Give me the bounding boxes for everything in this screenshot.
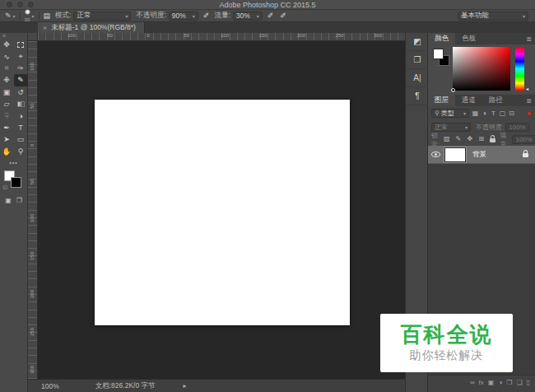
- more-tools-icon[interactable]: •••: [0, 160, 27, 166]
- filter-adjustment-layers-icon[interactable]: ◑: [480, 110, 489, 117]
- tab-layers[interactable]: 图层: [428, 95, 455, 106]
- hand-tool[interactable]: ✋: [0, 146, 14, 157]
- layer-filter-toggle[interactable]: [527, 111, 532, 116]
- tab-color[interactable]: 颜色: [428, 33, 455, 44]
- rectangular-marquee-tool[interactable]: [14, 39, 28, 50]
- chevron-down-icon: ▾: [13, 13, 16, 19]
- toggle-brush-panel-icon[interactable]: ▤: [44, 12, 51, 20]
- zoom-level-field[interactable]: 100%: [41, 382, 59, 390]
- pressure-size-icon[interactable]: ✐: [280, 12, 286, 20]
- lock-transparent-icon[interactable]: ▨: [442, 135, 451, 144]
- opacity-select[interactable]: 90% ▾: [169, 12, 198, 21]
- adjustments-panel-icon[interactable]: ◩: [406, 33, 429, 51]
- v-ruler-label: 200: [30, 290, 35, 298]
- tab-channels[interactable]: 通道: [455, 95, 482, 106]
- blend-mode-value: 正常: [77, 11, 91, 21]
- character-panel-icon[interactable]: A|: [406, 69, 429, 87]
- airbrush-icon[interactable]: ✐: [268, 12, 274, 20]
- eyedropper-tool[interactable]: ✑: [14, 63, 28, 74]
- canvas-pasteboard[interactable]: [38, 41, 405, 379]
- brush-tool[interactable]: ✎: [14, 74, 28, 86]
- h-ruler-label: 150: [258, 33, 267, 38]
- layer-mask-icon[interactable]: ▣: [488, 379, 495, 386]
- color-swatches: ◱: [4, 170, 24, 192]
- layer-thumbnail[interactable]: [444, 147, 466, 162]
- foreground-color-swatch[interactable]: [433, 49, 444, 59]
- flow-select[interactable]: 30% ▾: [233, 12, 263, 21]
- close-tab-icon[interactable]: ×: [43, 24, 47, 32]
- pen-tool[interactable]: ✒: [0, 122, 14, 133]
- brush-preset-picker[interactable]: 30 ▾: [25, 9, 35, 23]
- tool-preset-picker[interactable]: ✎ ▾: [5, 12, 16, 20]
- move-tool[interactable]: ✥: [0, 39, 14, 50]
- filter-type-layers-icon[interactable]: T: [489, 110, 498, 117]
- workspace-select[interactable]: 基本功能 ▾: [458, 12, 528, 21]
- layer-effects-icon[interactable]: fx: [479, 379, 484, 386]
- link-layers-icon[interactable]: ∞: [470, 379, 475, 386]
- flow-value: 30%: [236, 12, 250, 20]
- type-tool[interactable]: T: [14, 122, 28, 133]
- status-menu-icon[interactable]: ▸: [184, 382, 187, 390]
- crop-tool[interactable]: ⌗: [0, 63, 14, 74]
- spot-healing-brush-tool[interactable]: ✙: [0, 74, 14, 86]
- h-ruler-label: 50: [184, 33, 189, 38]
- layer-group-icon[interactable]: ❒: [506, 379, 512, 386]
- smudge-tool[interactable]: ☟: [0, 110, 14, 121]
- blend-mode-select[interactable]: 正常 ▾: [73, 12, 131, 21]
- layer-lock-row: 锁定: ▨✎✥⊞ 填充: 100%: [428, 133, 535, 146]
- layer-visibility-toggle[interactable]: [428, 152, 443, 157]
- toolbar-collapse-icon[interactable]: »: [0, 33, 27, 38]
- path-selection-tool[interactable]: ➤: [0, 133, 14, 145]
- clone-stamp-tool[interactable]: ▣: [0, 86, 14, 98]
- opacity-label: 不透明度:: [136, 11, 165, 21]
- horizontal-ruler[interactable]: 10050050100150200250300: [38, 33, 405, 41]
- gradient-tool-glyph: [17, 101, 25, 107]
- rectangle-shape-tool[interactable]: ▭: [14, 133, 28, 145]
- saturation-brightness-picker[interactable]: [453, 47, 510, 91]
- lock-artboard-icon[interactable]: ⊞: [477, 135, 486, 144]
- screen-mode-icon[interactable]: ❐: [16, 197, 22, 204]
- document-tab[interactable]: × 未标题-1 @ 100%(RGB/8*): [38, 22, 145, 33]
- lasso-tool[interactable]: ∿: [0, 50, 14, 62]
- adjustment-layer-icon[interactable]: ◑: [498, 379, 502, 386]
- layer-filter-icons: ▦◑T▢⊡: [471, 110, 516, 117]
- panel-menu-icon[interactable]: ≣: [526, 35, 532, 43]
- layer-fill-field[interactable]: 100%: [512, 135, 535, 144]
- layer-filter-type-select[interactable]: ⚲ 类型 ▾: [431, 109, 469, 118]
- filter-pixel-layers-icon[interactable]: ▦: [471, 110, 480, 117]
- filter-shape-layers-icon[interactable]: ▢: [498, 110, 507, 117]
- document-canvas[interactable]: [95, 100, 350, 325]
- paragraph-panel-icon[interactable]: ¶: [406, 87, 429, 105]
- chevron-down-icon: ▾: [463, 110, 466, 116]
- tab-paths[interactable]: 路径: [482, 95, 509, 106]
- quick-selection-tool[interactable]: ⌖: [14, 50, 28, 62]
- new-layer-icon[interactable]: ❏: [516, 379, 522, 386]
- layer-row[interactable]: 背景: [428, 146, 535, 164]
- layer-opacity-field[interactable]: 100%: [505, 123, 528, 132]
- panel-menu-icon[interactable]: ≣: [526, 97, 532, 105]
- gradient-tool[interactable]: [14, 98, 28, 110]
- filter-smart-objects-icon[interactable]: ⊡: [507, 110, 516, 117]
- delete-layer-icon[interactable]: ▯: [527, 379, 530, 386]
- dodge-tool[interactable]: ◑: [14, 110, 28, 121]
- v-ruler-label: 300: [30, 366, 35, 374]
- lock-all-icon[interactable]: [488, 135, 497, 144]
- lock-position-icon[interactable]: ✥: [465, 135, 474, 144]
- tab-swatches[interactable]: 色板: [455, 33, 482, 44]
- lock-pixels-icon[interactable]: ✎: [454, 135, 463, 144]
- history-brush-tool[interactable]: ↺: [14, 86, 28, 98]
- background-color-swatch[interactable]: [11, 177, 21, 188]
- ruler-corner[interactable]: [28, 33, 38, 41]
- libraries-panel-icon[interactable]: ❐: [406, 51, 429, 69]
- zoom-tool[interactable]: ⚲: [14, 146, 28, 157]
- options-bar: ✎ ▾ 30 ▾ ▤ 模式: 正常 ▾ 不透明度: 90% ▾ ✐ 流量: 30…: [0, 10, 535, 22]
- quick-mask-icon[interactable]: ▣: [5, 197, 12, 204]
- pressure-opacity-icon[interactable]: ✐: [203, 12, 210, 20]
- eraser-tool[interactable]: ▱: [0, 98, 14, 110]
- default-colors-icon[interactable]: ◱: [3, 184, 8, 189]
- hue-slider[interactable]: ◂: [515, 47, 524, 91]
- vertical-ruler[interactable]: 10050050100150200250300: [28, 41, 38, 379]
- tool-grid: ✥∿⌖⌗✑✙✎▣↺▱☟◑✒T➤▭✋⚲: [0, 39, 27, 157]
- layers-panel-tabs: 图层 通道 路径 ≣: [428, 95, 535, 106]
- layer-blend-row: 正常 ▾ 不透明度: 100%: [428, 120, 535, 133]
